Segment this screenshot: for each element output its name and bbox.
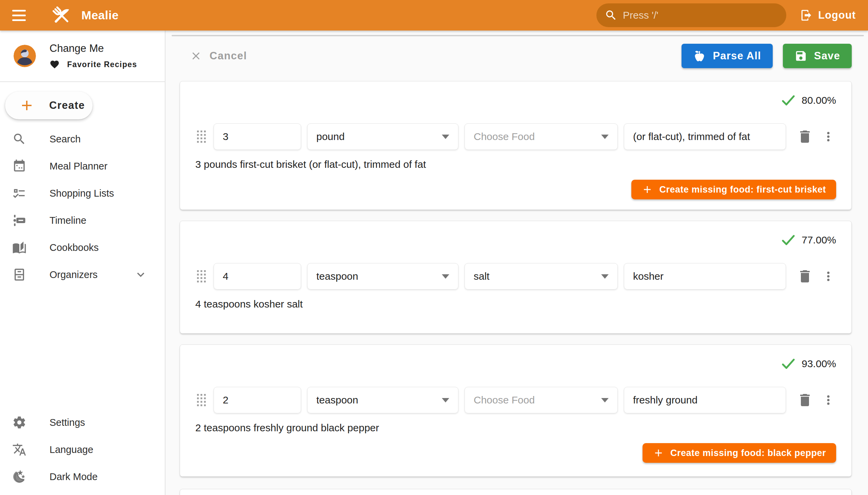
- sidebar-item-cookbooks[interactable]: Cookbooks: [0, 234, 165, 261]
- parse-all-label: Parse All: [713, 50, 761, 62]
- dropdown-arrow-icon: [442, 274, 449, 279]
- chevron-down-icon[interactable]: [134, 268, 148, 282]
- logout-button[interactable]: Logout: [800, 9, 856, 22]
- confidence-value: 80.00%: [802, 95, 836, 106]
- app-header: Mealie Logout: [0, 0, 868, 31]
- note-input[interactable]: [633, 394, 777, 406]
- sidebar-item-timeline[interactable]: Timeline: [0, 207, 165, 234]
- calendar-icon: [12, 159, 27, 173]
- ingredient-card: 93.00%: [180, 344, 852, 477]
- more-options-button[interactable]: [820, 267, 836, 286]
- parser-toolbar: Cancel Parse All Save: [190, 44, 852, 68]
- confidence-value: 93.00%: [802, 358, 836, 370]
- drag-handle-icon[interactable]: [195, 392, 207, 408]
- sidebar-item-shopping-lists[interactable]: Shopping Lists: [0, 180, 165, 207]
- favorites-label: Favorite Recipes: [67, 60, 137, 69]
- quantity-input[interactable]: [223, 271, 292, 282]
- note-input[interactable]: [633, 271, 777, 282]
- quantity-field[interactable]: [214, 123, 301, 150]
- food-select[interactable]: [464, 123, 618, 150]
- cancel-label: Cancel: [209, 50, 247, 62]
- logout-icon: [800, 9, 813, 22]
- gear-icon: [12, 415, 27, 430]
- food-input[interactable]: [474, 271, 596, 282]
- unit-input[interactable]: [316, 131, 437, 142]
- user-name: Change Me: [50, 42, 137, 55]
- more-options-button[interactable]: [820, 391, 836, 410]
- trash-icon: [797, 268, 813, 285]
- food-input[interactable]: [474, 131, 596, 142]
- sidebar-item-label: Shopping Lists: [50, 188, 114, 199]
- sidebar-item-label: Language: [50, 444, 93, 455]
- user-block[interactable]: Change Me Favorite Recipes: [0, 31, 165, 81]
- sidebar-item-search[interactable]: Search: [0, 125, 165, 153]
- unit-select[interactable]: [307, 263, 458, 290]
- food-select[interactable]: [464, 263, 618, 290]
- sidebar-item-label: Cookbooks: [50, 242, 99, 253]
- confidence-row: 77.00%: [195, 221, 836, 246]
- global-search[interactable]: [596, 3, 786, 27]
- unit-select[interactable]: [307, 123, 458, 150]
- create-missing-food-label: Create missing food: black pepper: [670, 448, 826, 458]
- confidence-value: 77.00%: [802, 234, 836, 246]
- dropdown-arrow-icon: [601, 398, 609, 403]
- avatar: [14, 45, 36, 67]
- main-content: Cancel Parse All Save 80.00%: [166, 31, 868, 495]
- content-top-divider: [172, 35, 864, 36]
- kebab-icon: [821, 130, 835, 144]
- sidebar-footer-nav: Settings Language Dark Mode: [0, 409, 165, 495]
- sidebar-item-language[interactable]: Language: [0, 436, 165, 463]
- book-open-icon: [12, 240, 27, 255]
- drag-handle-icon[interactable]: [195, 129, 207, 145]
- check-icon: [781, 94, 796, 106]
- save-icon: [795, 50, 807, 62]
- trash-icon: [797, 129, 813, 145]
- search-input[interactable]: [623, 10, 778, 21]
- parse-all-button[interactable]: Parse All: [682, 44, 772, 68]
- cancel-button[interactable]: Cancel: [190, 50, 247, 62]
- sidebar-item-settings[interactable]: Settings: [0, 409, 165, 436]
- plus-icon: [19, 97, 35, 114]
- save-button[interactable]: Save: [783, 44, 852, 68]
- kebab-icon: [821, 393, 835, 407]
- drag-handle-icon[interactable]: [195, 268, 207, 285]
- quantity-input[interactable]: [223, 131, 292, 142]
- delete-button[interactable]: [796, 127, 814, 146]
- delete-button[interactable]: [796, 267, 814, 286]
- create-button[interactable]: Create: [5, 91, 92, 119]
- note-input[interactable]: [633, 131, 777, 142]
- favorite-recipes-link[interactable]: Favorite Recipes: [50, 59, 137, 69]
- create-missing-food-label: Create missing food: first-cut brisket: [659, 185, 826, 195]
- menu-icon[interactable]: [12, 5, 32, 25]
- note-field[interactable]: [624, 387, 786, 413]
- sidebar-item-meal-planner[interactable]: Meal Planner: [0, 153, 165, 180]
- sidebar-item-label: Timeline: [50, 215, 86, 226]
- unit-select[interactable]: [307, 387, 458, 413]
- dropdown-arrow-icon: [442, 135, 449, 139]
- delete-button[interactable]: [796, 391, 814, 410]
- sidebar-item-dark-mode[interactable]: Dark Mode: [0, 463, 165, 490]
- unit-input[interactable]: [316, 271, 437, 282]
- quantity-input[interactable]: [223, 394, 292, 406]
- sidebar-nav: Search Meal Planner Shopping Lists: [0, 125, 165, 288]
- search-icon: [12, 132, 27, 146]
- ingredient-inputs: [195, 263, 836, 290]
- plus-icon: [642, 184, 653, 195]
- more-options-button[interactable]: [820, 127, 836, 146]
- sidebar-item-organizers[interactable]: Organizers: [0, 261, 165, 288]
- note-field[interactable]: [624, 263, 786, 290]
- quantity-field[interactable]: [214, 263, 301, 290]
- create-missing-food-button[interactable]: Create missing food: black pepper: [643, 443, 836, 463]
- sidebar: Change Me Favorite Recipes Create Search: [0, 31, 166, 495]
- ingredient-inputs: [195, 123, 836, 150]
- check-icon: [781, 234, 796, 246]
- unit-input[interactable]: [316, 394, 437, 406]
- mealie-logo-icon: [51, 5, 72, 26]
- sidebar-divider: [0, 81, 165, 82]
- food-select[interactable]: [464, 387, 618, 413]
- note-field[interactable]: [624, 123, 786, 150]
- food-input[interactable]: [474, 394, 596, 406]
- dropdown-arrow-icon: [601, 135, 609, 139]
- quantity-field[interactable]: [214, 387, 301, 413]
- create-missing-food-button[interactable]: Create missing food: first-cut brisket: [631, 180, 836, 199]
